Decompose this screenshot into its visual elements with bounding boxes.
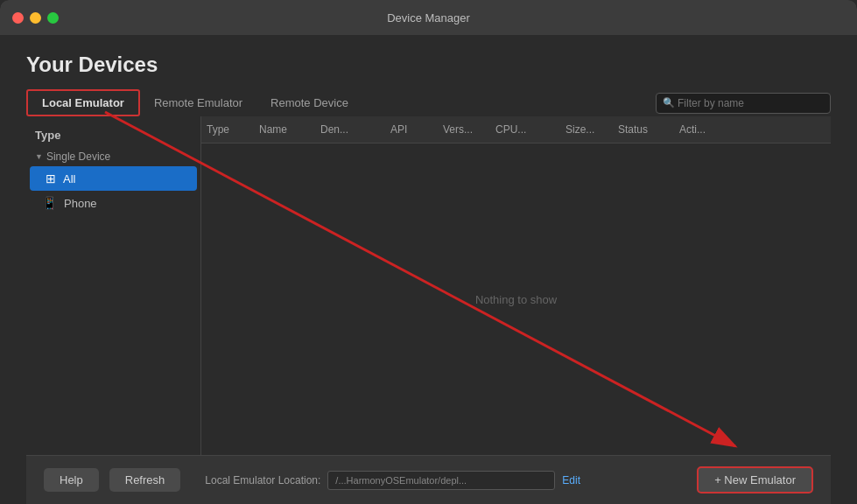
location-value: /...HarmonyOSEmulator/depl... xyxy=(327,471,555,490)
titlebar: Device Manager xyxy=(0,0,857,35)
sidebar-item-phone[interactable]: 📱 Phone xyxy=(26,191,200,215)
col-status: Status xyxy=(613,116,674,143)
col-type: Type xyxy=(201,116,254,143)
col-api: API xyxy=(385,116,438,143)
close-button[interactable] xyxy=(12,12,24,24)
col-actions: Acti... xyxy=(674,116,727,143)
sidebar-group-label: Single Device xyxy=(46,150,110,163)
sidebar-type-header: Type xyxy=(26,123,200,147)
col-version: Vers... xyxy=(438,116,490,143)
tab-local-emulator[interactable]: Local Emulator xyxy=(26,89,140,116)
help-button[interactable]: Help xyxy=(44,468,99,492)
sidebar-item-all-label: All xyxy=(63,172,75,186)
all-devices-icon: ⊞ xyxy=(46,172,56,186)
table-area: Type Name Den... API Vers... CPU... Size… xyxy=(201,116,831,455)
window-title: Device Manager xyxy=(387,11,470,24)
sidebar: Type ▼ Single Device ⊞ All 📱 Phone xyxy=(26,116,201,455)
body-area: Type ▼ Single Device ⊞ All 📱 Phone Type … xyxy=(26,116,831,455)
tabs: Local Emulator Remote Emulator Remote De… xyxy=(26,89,362,116)
empty-message: Nothing to show xyxy=(475,293,557,306)
phone-icon: 📱 xyxy=(42,196,57,210)
table-header: Type Name Den... API Vers... CPU... Size… xyxy=(201,116,831,144)
bottom-bar: Help Refresh Local Emulator Location: /.… xyxy=(26,455,831,504)
table-body: Nothing to show xyxy=(201,144,831,455)
refresh-button[interactable]: Refresh xyxy=(109,468,181,492)
sidebar-group-single-device: ▼ Single Device xyxy=(26,147,200,166)
col-name: Name xyxy=(254,116,315,143)
tab-remote-emulator[interactable]: Remote Emulator xyxy=(140,89,256,116)
filter-wrapper: 🔍 xyxy=(656,93,831,114)
tab-remote-device[interactable]: Remote Device xyxy=(256,89,362,116)
minimize-button[interactable] xyxy=(30,12,41,24)
location-label: Local Emulator Location: xyxy=(205,474,320,486)
tabs-row: Local Emulator Remote Emulator Remote De… xyxy=(26,89,831,116)
col-density: Den... xyxy=(315,116,385,143)
main-content: Your Devices Local Emulator Remote Emula… xyxy=(0,35,857,504)
edit-link[interactable]: Edit xyxy=(562,474,580,486)
col-cpu: CPU... xyxy=(490,116,560,143)
new-emulator-button[interactable]: + New Emulator xyxy=(697,466,813,494)
sidebar-item-phone-label: Phone xyxy=(64,197,97,210)
search-icon: 🔍 xyxy=(663,97,675,108)
filter-input[interactable] xyxy=(656,93,831,114)
page-title: Your Devices xyxy=(26,52,831,77)
triangle-icon: ▼ xyxy=(35,152,43,161)
maximize-button[interactable] xyxy=(47,12,59,24)
traffic-lights xyxy=(12,12,59,24)
sidebar-item-all[interactable]: ⊞ All xyxy=(30,166,197,191)
col-size: Size... xyxy=(560,116,613,143)
emulator-location: Local Emulator Location: /...HarmonyOSEm… xyxy=(205,471,686,490)
